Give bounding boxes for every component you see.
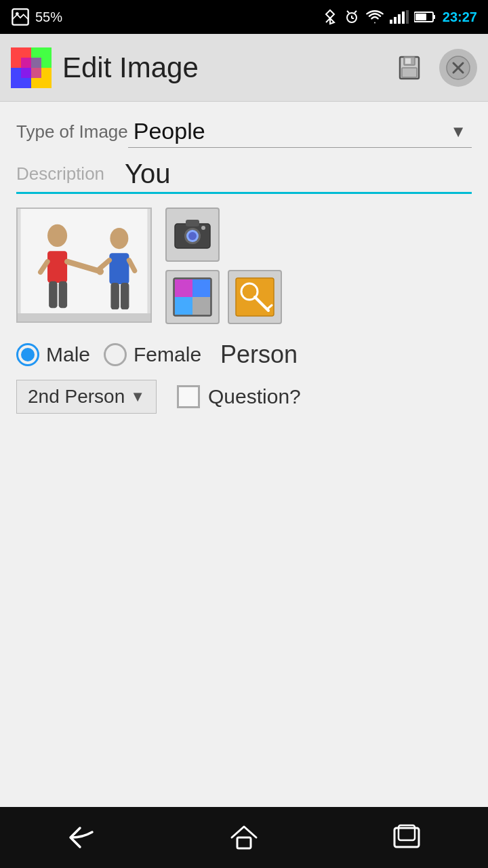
search-icon [235, 277, 275, 317]
signal-icon [390, 9, 409, 25]
image-bottom-bar [18, 313, 150, 321]
svg-point-36 [110, 228, 128, 249]
main-content: Type of Image People ▼ Description [0, 102, 488, 438]
svg-line-7 [354, 11, 357, 13]
app-bar: Edit Image [0, 34, 488, 102]
question-checkbox[interactable]: Question? [177, 385, 301, 408]
battery-text: 55% [35, 9, 62, 25]
person-label: Person [220, 340, 298, 369]
female-radio-circle [104, 343, 127, 366]
svg-rect-49 [175, 279, 192, 297]
app-title: Edit Image [62, 52, 390, 84]
save-icon [397, 56, 422, 80]
type-label: Type of Image [16, 121, 128, 142]
svg-rect-50 [192, 279, 210, 297]
camera-button[interactable] [165, 208, 220, 262]
type-value: People [134, 118, 205, 144]
gender-options-row: Male Female Person [16, 340, 472, 369]
svg-rect-10 [398, 14, 401, 24]
description-row: Description [16, 159, 472, 194]
svg-rect-51 [175, 297, 192, 315]
app-logo [11, 47, 52, 88]
recents-button[interactable] [386, 817, 427, 858]
status-left: 55% [11, 7, 62, 26]
time-text: 23:27 [443, 9, 477, 25]
alarm-icon [344, 9, 360, 25]
svg-rect-35 [59, 281, 67, 308]
status-icons [322, 9, 436, 25]
camera-icon [172, 214, 213, 255]
status-bar: 55% [0, 0, 488, 34]
svg-rect-34 [49, 281, 57, 308]
male-radio-dot [21, 348, 35, 361]
svg-rect-46 [186, 220, 199, 226]
svg-rect-15 [415, 14, 426, 20]
question-label: Question? [208, 385, 301, 408]
home-icon [229, 823, 259, 852]
battery-icon [414, 10, 436, 24]
svg-rect-9 [394, 17, 396, 24]
image-controls-row [16, 208, 472, 324]
svg-rect-20 [21, 58, 41, 78]
dropdown-arrow-icon: ▼ [450, 122, 466, 141]
svg-line-6 [347, 11, 349, 13]
gallery-button[interactable] [165, 270, 220, 324]
svg-rect-8 [390, 20, 392, 24]
second-person-arrow-icon: ▼ [130, 388, 145, 406]
svg-point-45 [188, 232, 197, 240]
svg-rect-37 [109, 253, 129, 284]
ctrl-btn-row [165, 270, 282, 324]
controls-column [165, 208, 282, 324]
second-person-button[interactable]: 2nd Person ▼ [16, 380, 157, 414]
svg-rect-11 [402, 12, 405, 24]
search-image-button[interactable] [228, 270, 282, 324]
svg-rect-24 [405, 58, 411, 64]
svg-point-29 [47, 224, 67, 247]
description-input[interactable] [125, 159, 472, 189]
svg-rect-23 [402, 68, 417, 77]
svg-rect-52 [192, 297, 210, 315]
bottom-nav [0, 807, 488, 868]
type-of-image-row: Type of Image People ▼ [16, 115, 472, 148]
image-icon [11, 7, 30, 26]
female-radio[interactable]: Female [104, 343, 201, 366]
home-button[interactable] [224, 817, 264, 858]
male-label: Male [46, 343, 90, 366]
type-dropdown[interactable]: People ▼ [128, 115, 472, 148]
svg-rect-30 [47, 251, 67, 283]
app-bar-actions [390, 49, 477, 87]
wifi-icon [365, 9, 384, 25]
svg-rect-41 [121, 283, 129, 309]
description-label: Description [16, 163, 125, 184]
question-checkbox-box [177, 385, 200, 408]
svg-rect-12 [406, 10, 409, 24]
second-row: 2nd Person ▼ Question? [16, 380, 472, 414]
back-button[interactable] [61, 817, 102, 858]
female-label: Female [134, 343, 201, 366]
gallery-icon [172, 277, 213, 317]
second-person-label: 2nd Person [28, 386, 125, 408]
bluetooth-icon [322, 9, 338, 25]
image-preview [16, 208, 152, 323]
svg-rect-57 [237, 837, 251, 848]
close-button[interactable] [439, 49, 477, 87]
svg-rect-14 [433, 15, 435, 19]
back-icon [66, 823, 96, 852]
svg-point-47 [201, 226, 205, 230]
people-illustration [18, 209, 150, 321]
male-radio[interactable]: Male [16, 343, 90, 366]
svg-rect-40 [110, 283, 119, 309]
status-right: 23:27 [322, 9, 477, 25]
recents-icon [392, 823, 422, 852]
save-button[interactable] [390, 49, 428, 87]
close-icon [446, 56, 470, 80]
male-radio-circle [16, 343, 39, 366]
